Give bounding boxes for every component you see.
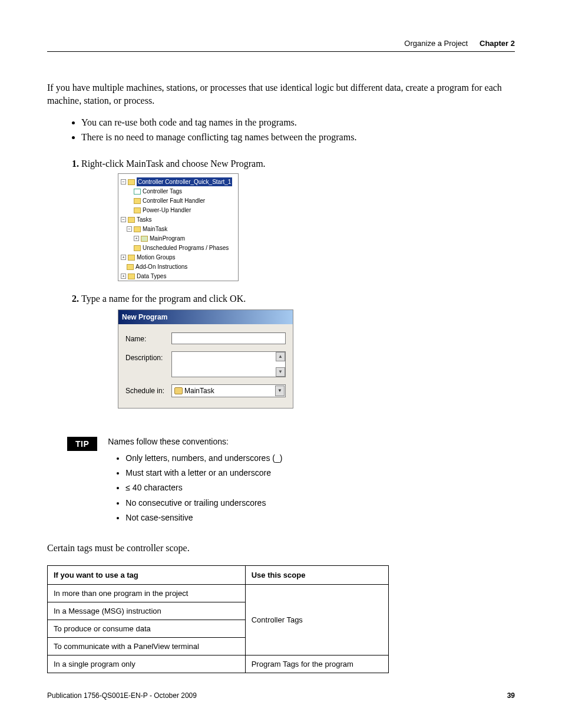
table-cell: To communicate with a PanelView terminal <box>48 637 246 655</box>
folder-icon <box>127 264 134 270</box>
folder-icon <box>128 274 135 279</box>
schedule-select[interactable]: MainTask ▼ <box>171 384 286 397</box>
steps-list: Right-click MainTask and choose New Prog… <box>81 157 515 409</box>
description-label: Description: <box>125 351 171 363</box>
tip-item: Must start with a letter or an underscor… <box>125 466 282 480</box>
tree-tasks: Tasks <box>137 215 152 224</box>
tree-maintask: MainTask <box>143 225 167 233</box>
header-section: Organize a Project <box>404 39 468 48</box>
table-cell: In a single program only <box>48 655 246 673</box>
tree-mainprogram: MainProgram <box>150 234 185 243</box>
page-number: 39 <box>507 691 515 700</box>
new-program-dialog: New Program Name: Description: ▲ ▼ <box>118 309 293 409</box>
tip-item: ≤ 40 characters <box>125 480 282 495</box>
tip-intro: Names follow these conventions: <box>108 437 282 446</box>
scrollbar[interactable]: ▲ ▼ <box>276 352 285 377</box>
task-icon <box>174 387 183 394</box>
tree-item: Power-Up Handler <box>143 206 191 215</box>
tip-item: Only letters, numbers, and underscores (… <box>125 451 282 466</box>
page-header: Organize a Project Chapter 2 <box>47 39 515 52</box>
step-2: Type a name for the program and click OK… <box>81 292 515 409</box>
step-text: Right-click MainTask and choose New Prog… <box>81 159 266 169</box>
folder-icon <box>128 179 135 185</box>
scope-intro: Certain tags must be controller scope. <box>47 543 515 554</box>
collapse-icon: − <box>127 226 132 232</box>
table-cell: To produce or consume data <box>48 620 246 637</box>
tip-badge: TIP <box>67 437 97 451</box>
tree-motion: Motion Groups <box>137 253 176 262</box>
name-input[interactable] <box>171 332 286 344</box>
dropdown-icon[interactable]: ▼ <box>275 386 285 396</box>
bullet-item: You can re-use both code and tag names i… <box>81 115 515 130</box>
tree-item: Controller Tags <box>143 187 182 196</box>
table-cell: In a Message (MSG) instruction <box>48 602 246 620</box>
tree-datatypes: Data Types <box>137 272 166 281</box>
table-header: If you want to use a tag <box>48 565 246 584</box>
description-input[interactable]: ▲ ▼ <box>171 351 286 377</box>
scroll-up-icon[interactable]: ▲ <box>276 352 285 361</box>
collapse-icon: − <box>121 217 126 222</box>
program-icon <box>141 236 148 242</box>
expand-icon: + <box>121 274 126 279</box>
scroll-down-icon[interactable]: ▼ <box>276 367 285 377</box>
table-cell-merged: Controller Tags <box>245 584 388 655</box>
page-footer: Publication 1756-QS001E-EN-P - October 2… <box>47 691 515 700</box>
table-cell: In more than one program in the project <box>48 584 246 602</box>
folder-icon <box>128 255 135 261</box>
tip-item: No consecutive or trailing underscores <box>125 496 282 510</box>
publication-info: Publication 1756-QS001E-EN-P - October 2… <box>47 691 197 700</box>
tree-addon: Add-On Instructions <box>135 262 187 271</box>
expand-icon: + <box>121 255 126 260</box>
task-icon <box>134 226 141 232</box>
folder-icon <box>128 217 135 223</box>
folder-icon <box>134 207 141 213</box>
scope-table: If you want to use a tag Use this scope … <box>47 565 389 673</box>
step-1: Right-click MainTask and choose New Prog… <box>81 157 515 281</box>
collapse-icon: − <box>121 179 126 185</box>
table-header: Use this scope <box>245 565 388 584</box>
tags-icon <box>134 189 141 195</box>
tip-list: Only letters, numbers, and underscores (… <box>125 451 282 525</box>
header-chapter: Chapter 2 <box>480 39 515 48</box>
tree-root: Controller Controller_Quick_Start_1 <box>137 177 232 186</box>
intro-paragraph: If you have multiple machines, stations,… <box>47 81 515 108</box>
tip-block: TIP Names follow these conventions: Only… <box>67 437 515 525</box>
folder-icon <box>134 198 141 204</box>
expand-icon: + <box>134 236 139 241</box>
folder-icon <box>134 245 141 251</box>
step-text: Type a name for the program and click OK… <box>81 294 246 304</box>
intro-bullets: You can re-use both code and tag names i… <box>81 115 515 145</box>
dialog-title: New Program <box>118 310 293 324</box>
tip-item: Not case-sensitive <box>125 510 282 525</box>
tree-item: Controller Fault Handler <box>143 196 205 205</box>
bullet-item: There is no need to manage conflicting t… <box>81 130 515 145</box>
schedule-label: Schedule in: <box>125 384 171 396</box>
project-tree-screenshot: −Controller Controller_Quick_Start_1 Con… <box>118 173 239 281</box>
name-label: Name: <box>125 332 171 344</box>
schedule-value: MainTask <box>184 386 214 396</box>
table-cell: Program Tags for the program <box>245 655 388 673</box>
tree-unscheduled: Unscheduled Programs / Phases <box>143 243 229 252</box>
